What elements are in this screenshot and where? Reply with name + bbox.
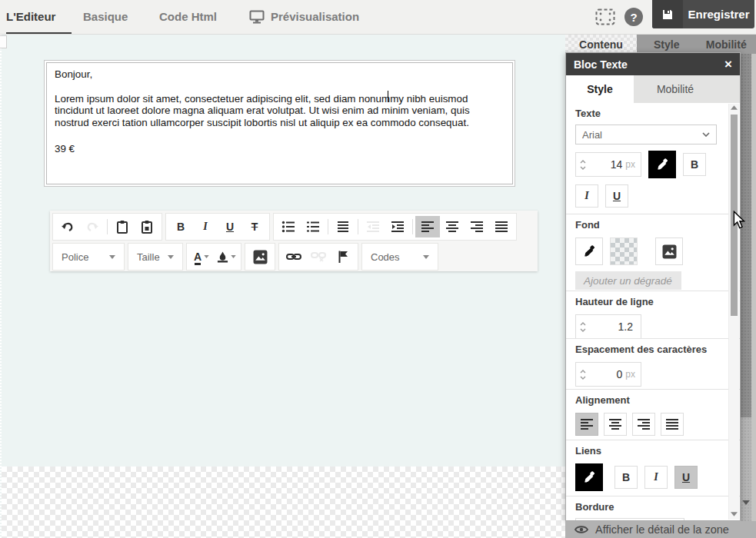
help-button[interactable]: ? (624, 8, 643, 26)
outer-scroll-track-upper[interactable] (741, 35, 751, 417)
font-size-stepper[interactable]: 14 px (575, 152, 641, 177)
panel-align-center-button[interactable] (604, 413, 627, 436)
outer-scroll-track-lower[interactable] (741, 417, 751, 538)
toolbar-separator (107, 219, 108, 234)
redo-button[interactable] (80, 216, 105, 237)
codes-dropdown-label: Codes (371, 251, 400, 263)
selection-mode-button[interactable] (595, 8, 615, 25)
numbered-list-button[interactable] (301, 216, 325, 237)
tab-code-html[interactable]: Code Html (159, 0, 217, 34)
link-color-button[interactable] (575, 463, 603, 491)
align-right-button[interactable] (465, 216, 489, 237)
panel-scrollbar-thumb[interactable] (731, 115, 738, 316)
codes-dropdown[interactable]: Codes (365, 246, 435, 267)
align-left-button[interactable] (415, 216, 440, 237)
panel-close-button[interactable]: × (724, 58, 732, 71)
paint-bucket-icon (217, 251, 228, 263)
text-block-content[interactable]: Bonjour, Lorem ipsum dolor sit amet, con… (46, 62, 513, 184)
panel-scroll-up-arrow[interactable] (731, 105, 738, 110)
font-size-dropdown-label: Taille (137, 251, 160, 263)
stepper-up-icon[interactable] (580, 160, 586, 164)
font-family-select[interactable]: Arial (575, 125, 717, 144)
text-block[interactable]: Bonjour, Lorem ipsum dolor sit amet, con… (44, 60, 515, 187)
anchor-button[interactable] (331, 246, 355, 267)
align-left-icon (580, 418, 594, 430)
show-zone-detail-bar[interactable]: Afficher le détail de la zone (565, 521, 756, 538)
panel-align-right-button[interactable] (632, 413, 655, 436)
letter-spacing-stepper[interactable]: 0 px (575, 362, 641, 387)
section-hauteur-de-ligne: Hauteur de ligne 1.2 (566, 291, 740, 339)
texte-underline-button[interactable]: U (605, 184, 628, 208)
texte-bold-button[interactable]: B (683, 153, 706, 176)
tab-basique[interactable]: Basique (83, 0, 128, 34)
panel-align-justify-button[interactable] (661, 413, 684, 436)
underline-button[interactable]: U (218, 216, 242, 237)
toolbar-row-1: B I U T (52, 213, 535, 241)
left-edge-handle[interactable] (0, 35, 7, 48)
text-color-button[interactable]: A (189, 246, 214, 267)
stepper-down-icon[interactable] (580, 166, 586, 170)
background-image-button[interactable] (655, 237, 683, 265)
panel-align-left-button[interactable] (575, 413, 598, 436)
outer-scroll-down-arrow[interactable] (742, 500, 750, 505)
stepper-up-icon[interactable] (580, 370, 586, 374)
add-gradient-button[interactable]: Ajouter un dégradé (575, 271, 681, 290)
liens-italic-button[interactable]: I (644, 466, 668, 489)
text-color-swatch-button[interactable] (648, 151, 676, 178)
highlight-color-button[interactable] (214, 246, 238, 267)
remove-link-button[interactable] (306, 246, 331, 267)
line-height-stepper[interactable]: 1.2 (575, 314, 641, 339)
panel-scrollbar[interactable] (728, 104, 739, 520)
indent-button[interactable] (385, 216, 410, 237)
bloc-texte-panel: Bloc Texte × Style Mobilité Texte Arial … (565, 52, 741, 521)
liens-underline-button[interactable]: U (674, 466, 698, 489)
window-scrollbar[interactable] (751, 35, 756, 538)
letter-spacing-value: 0 (589, 368, 622, 380)
toolbar-separator (358, 219, 358, 234)
email-canvas[interactable]: Bonjour, Lorem ipsum dolor sit amet, con… (0, 35, 565, 538)
align-justify-button[interactable] (489, 216, 514, 237)
italic-button[interactable]: I (193, 216, 218, 237)
insert-link-button[interactable] (281, 246, 306, 267)
background-color-button[interactable] (575, 237, 603, 265)
zone-tab-contenu[interactable]: Contenu (565, 35, 637, 54)
bold-button[interactable]: B (168, 216, 193, 237)
brush-icon (583, 471, 596, 484)
paste-as-text-button[interactable] (135, 216, 159, 237)
font-size-dropdown[interactable]: Taille (131, 246, 180, 267)
panel-tab-mobilite[interactable]: Mobilité (634, 75, 717, 103)
stepper-down-icon[interactable] (580, 328, 586, 332)
tab-previsualisation[interactable]: Prévisualisation (249, 0, 359, 34)
bullet-list-button[interactable] (276, 216, 301, 237)
font-size-group: Taille (128, 243, 183, 271)
stepper-down-icon[interactable] (580, 376, 586, 380)
background-transparent-button[interactable] (610, 237, 638, 265)
texte-italic-button[interactable]: I (575, 184, 598, 208)
panel-body: Texte Arial 14 px B (566, 103, 740, 521)
zone-tab-mobilite[interactable]: Mobilité (697, 35, 756, 54)
save-button[interactable]: Enregistrer (652, 0, 754, 28)
outdent-button[interactable] (361, 216, 385, 237)
section-bordure: Bordure (566, 496, 740, 521)
align-left-icon (421, 221, 435, 233)
save-icon (661, 8, 674, 21)
liens-bold-button[interactable]: B (614, 466, 638, 489)
stepper-up-icon[interactable] (580, 322, 586, 326)
insert-image-button[interactable] (248, 246, 272, 267)
section-liens: Liens B I U (566, 440, 740, 496)
strikethrough-button[interactable]: T (242, 216, 267, 237)
panel-tab-style[interactable]: Style (566, 75, 634, 103)
undo-button[interactable] (55, 216, 80, 237)
paste-button[interactable] (110, 216, 135, 237)
toolbar-row-2: Police Taille A (52, 243, 535, 271)
font-family-dropdown[interactable]: Police (55, 246, 122, 267)
tab-editeur[interactable]: L'Editeur (6, 0, 55, 34)
zone-tab-style[interactable]: Style (637, 35, 697, 54)
liens-label: Liens (575, 445, 717, 457)
panel-scroll-down-arrow[interactable] (731, 512, 738, 516)
align-center-button[interactable] (440, 216, 465, 237)
paragraph-spacing-button[interactable] (331, 216, 355, 237)
chevron-down-icon (204, 255, 209, 258)
zone-tab-strip: Contenu Style Mobilité (565, 35, 756, 54)
paragraph-spacing-icon (336, 221, 350, 233)
